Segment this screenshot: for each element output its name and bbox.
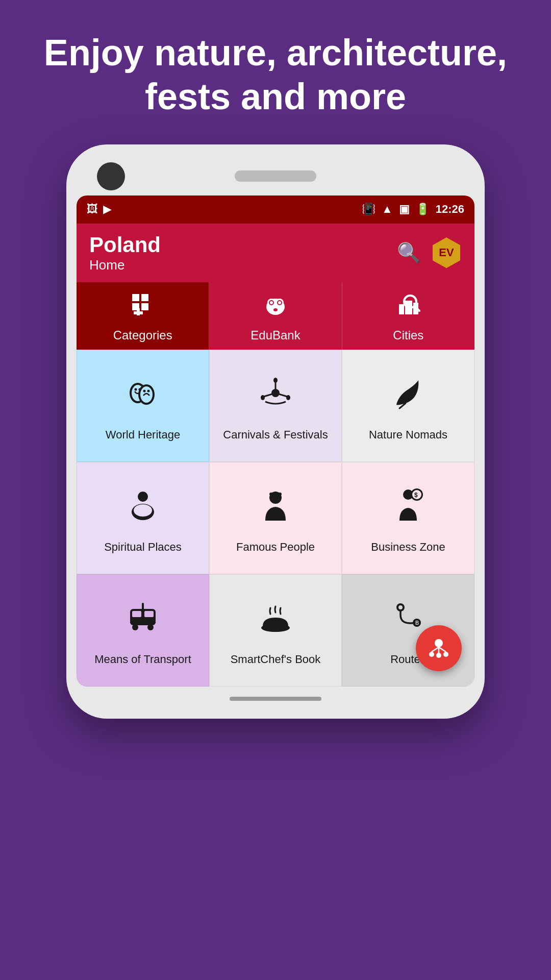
notification-icon2: ▶ bbox=[103, 203, 112, 216]
phone-device: 🖼 ▶ 📳 ▲ ▣ 🔋 12:26 Poland Home 🔍 EV bbox=[66, 144, 485, 719]
svg-text:$: $ bbox=[414, 492, 418, 499]
means-of-transport-icon bbox=[125, 600, 161, 644]
svg-point-11 bbox=[270, 301, 273, 304]
svg-rect-5 bbox=[134, 311, 143, 314]
vibrate-icon: 📳 bbox=[362, 203, 375, 216]
svg-point-21 bbox=[135, 388, 137, 390]
cities-icon bbox=[395, 291, 421, 324]
battery-icon: 🔋 bbox=[416, 203, 430, 216]
svg-rect-47 bbox=[130, 620, 156, 623]
svg-point-33 bbox=[261, 395, 265, 400]
svg-rect-45 bbox=[132, 611, 141, 617]
app-title-sub: Home bbox=[89, 257, 161, 273]
category-means-of-transport[interactable]: Means of Transport bbox=[77, 574, 209, 687]
smartchefs-book-label: SmartChef's Book bbox=[231, 653, 321, 666]
spiritual-places-icon bbox=[125, 487, 161, 531]
svg-text:B: B bbox=[415, 620, 419, 626]
svg-point-48 bbox=[132, 624, 138, 630]
phone-top-bar bbox=[77, 155, 474, 195]
category-spiritual-places[interactable]: Spiritual Places bbox=[77, 462, 209, 574]
svg-point-37 bbox=[134, 504, 152, 517]
famous-people-icon bbox=[258, 487, 293, 531]
svg-line-60 bbox=[432, 647, 439, 652]
svg-rect-39 bbox=[269, 493, 282, 496]
tab-cities[interactable]: Cities bbox=[342, 282, 474, 350]
search-button[interactable]: 🔍 bbox=[397, 241, 421, 264]
status-left-icons: 🖼 ▶ bbox=[87, 203, 112, 216]
svg-point-58 bbox=[443, 652, 448, 657]
business-zone-icon: $ bbox=[390, 487, 426, 531]
carnivals-icon bbox=[258, 375, 293, 419]
speaker-grille bbox=[235, 170, 316, 182]
ev-logo[interactable]: EV bbox=[431, 237, 462, 268]
svg-point-49 bbox=[147, 624, 154, 630]
category-smartchefs-book[interactable]: SmartChef's Book bbox=[209, 574, 342, 687]
edubank-icon bbox=[262, 291, 289, 324]
category-grid: World Heritage Carni bbox=[77, 350, 474, 687]
category-nature-nomads[interactable]: Nature Nomads bbox=[342, 350, 474, 462]
spiritual-places-label: Spiritual Places bbox=[104, 541, 182, 554]
svg-point-56 bbox=[435, 639, 443, 647]
svg-point-53 bbox=[398, 605, 403, 609]
svg-point-25 bbox=[143, 389, 146, 392]
svg-point-32 bbox=[286, 395, 290, 400]
ev-logo-text: EV bbox=[439, 246, 454, 259]
clock: 12:26 bbox=[436, 203, 464, 216]
fab-button[interactable] bbox=[416, 625, 462, 671]
tab-edubank-label: EduBank bbox=[251, 328, 300, 342]
means-of-transport-label: Means of Transport bbox=[94, 653, 191, 666]
nature-nomads-icon bbox=[390, 375, 426, 419]
category-famous-people[interactable]: Famous People bbox=[209, 462, 342, 574]
hero-text: Enjoy nature, architecture, fests and mo… bbox=[0, 0, 551, 144]
svg-line-61 bbox=[439, 647, 446, 652]
svg-point-13 bbox=[273, 308, 278, 311]
world-heritage-icon bbox=[125, 375, 161, 419]
svg-point-26 bbox=[147, 389, 150, 392]
svg-point-24 bbox=[140, 386, 153, 403]
carnivals-label: Carnivals & Festivals bbox=[223, 428, 328, 442]
app-title-main: Poland bbox=[89, 233, 161, 257]
tab-categories[interactable]: Categories bbox=[77, 282, 209, 350]
svg-point-59 bbox=[436, 653, 441, 658]
app-bar: Poland Home 🔍 EV bbox=[77, 224, 474, 282]
notification-icon1: 🖼 bbox=[87, 203, 98, 216]
status-right-icons: 📳 ▲ ▣ 🔋 12:26 bbox=[362, 203, 464, 216]
tab-edubank[interactable]: EduBank bbox=[209, 282, 342, 350]
smartchefs-book-icon bbox=[258, 600, 293, 644]
app-bar-title: Poland Home bbox=[89, 233, 161, 273]
category-carnivals-festivals[interactable]: Carnivals & Festivals bbox=[209, 350, 342, 462]
svg-rect-3 bbox=[141, 303, 148, 310]
phone-bottom-bar bbox=[77, 687, 474, 708]
svg-rect-46 bbox=[144, 611, 154, 617]
svg-rect-14 bbox=[399, 304, 404, 314]
camera-notch bbox=[97, 162, 125, 190]
svg-rect-0 bbox=[132, 294, 139, 301]
app-bar-actions: 🔍 EV bbox=[397, 237, 462, 268]
categories-icon bbox=[130, 291, 156, 324]
svg-point-12 bbox=[278, 301, 281, 304]
signal-icon: ▣ bbox=[399, 203, 410, 216]
home-indicator bbox=[230, 697, 321, 701]
wifi-icon: ▲ bbox=[382, 203, 393, 216]
tab-cities-label: Cities bbox=[393, 328, 423, 342]
business-zone-label: Business Zone bbox=[371, 541, 445, 554]
svg-point-57 bbox=[429, 652, 434, 657]
nav-tabs: Categories EduBank bbox=[77, 282, 474, 350]
nature-nomads-label: Nature Nomads bbox=[369, 428, 447, 442]
category-business-zone[interactable]: $ Business Zone bbox=[342, 462, 474, 574]
category-routes[interactable]: B Routes bbox=[342, 574, 474, 687]
famous-people-label: Famous People bbox=[236, 541, 315, 554]
svg-rect-1 bbox=[141, 294, 148, 301]
category-world-heritage[interactable]: World Heritage bbox=[77, 350, 209, 462]
svg-point-35 bbox=[138, 492, 148, 502]
svg-point-31 bbox=[273, 378, 278, 383]
phone-screen: 🖼 ▶ 📳 ▲ ▣ 🔋 12:26 Poland Home 🔍 EV bbox=[77, 195, 474, 687]
status-bar: 🖼 ▶ 📳 ▲ ▣ 🔋 12:26 bbox=[77, 195, 474, 224]
tab-categories-label: Categories bbox=[113, 328, 172, 342]
world-heritage-label: World Heritage bbox=[106, 428, 180, 442]
